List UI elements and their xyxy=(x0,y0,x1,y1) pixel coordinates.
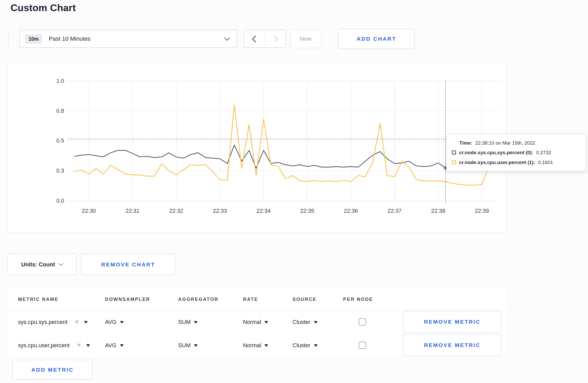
svg-text:22:30: 22:30 xyxy=(82,208,96,214)
now-button[interactable]: Now xyxy=(290,30,321,48)
caret-down-icon xyxy=(194,344,198,347)
rate-select[interactable]: Normal xyxy=(243,319,268,325)
downsampler-select[interactable]: AVG xyxy=(105,342,124,348)
tooltip-series-label: cr.node.sys.cpu.sys.percent (0): xyxy=(459,150,533,155)
svg-text:22:31: 22:31 xyxy=(125,208,139,214)
metric-name: sys.cpu.user.percent xyxy=(18,342,69,348)
chevron-left-icon xyxy=(252,35,259,42)
chevron-right-icon xyxy=(271,35,278,42)
caret-down-icon xyxy=(264,344,268,347)
tooltip-series-row: cr.node.sys.cpu.user.percent (1): 0.1601 xyxy=(452,159,579,165)
units-label: Units: Count xyxy=(21,261,55,267)
aggregator-select[interactable]: SUM xyxy=(178,342,198,348)
caret-down-icon xyxy=(314,344,317,347)
svg-text:22:32: 22:32 xyxy=(169,208,183,214)
svg-text:22:38: 22:38 xyxy=(431,208,445,214)
caret-down-icon xyxy=(194,321,198,323)
source-select[interactable]: Cluster xyxy=(292,342,317,348)
units-dropdown[interactable]: Units: Count xyxy=(8,254,76,275)
add-metric-button[interactable]: ADD METRIC xyxy=(12,360,93,380)
time-step-buttons xyxy=(244,30,286,48)
remove-chart-button[interactable]: REMOVE CHART xyxy=(81,254,175,275)
svg-text:22:35: 22:35 xyxy=(300,208,314,214)
source-select[interactable]: Cluster xyxy=(292,319,317,325)
add-chart-button[interactable]: ADD CHART xyxy=(338,29,415,49)
col-header-aggregator: AGGREGATOR xyxy=(178,297,243,302)
svg-text:22:37: 22:37 xyxy=(388,208,402,214)
svg-text:0.5: 0.5 xyxy=(56,137,64,144)
tooltip-time-label: Time: xyxy=(459,140,472,146)
metric-name: sys.cpu.sys.percent xyxy=(18,319,67,325)
caret-down-icon xyxy=(120,344,123,347)
series-swatch-icon xyxy=(452,151,456,155)
caret-down-icon xyxy=(86,344,90,347)
svg-text:0.8: 0.8 xyxy=(56,108,64,114)
previous-range-button[interactable] xyxy=(244,30,265,47)
per-node-checkbox[interactable] xyxy=(359,318,366,325)
time-range-badge: 10m xyxy=(25,34,42,44)
time-range-label: Past 10 Minutes xyxy=(49,36,225,42)
svg-text:0.0: 0.0 xyxy=(56,197,64,204)
aggregator-select[interactable]: SUM xyxy=(178,319,198,325)
custom-chart-page: Custom Chart 10m Past 10 Minutes Now ADD… xyxy=(0,2,588,383)
tooltip-series-value: 0.2732 xyxy=(536,150,551,155)
tooltip-series-label: cr.node.sys.cpu.user.percent (1): xyxy=(459,159,535,165)
series-swatch-icon xyxy=(452,160,456,164)
caret-down-icon xyxy=(264,321,268,323)
col-header-downsampler: DOWNSAMPLER xyxy=(105,297,178,302)
caret-down-icon xyxy=(120,321,123,323)
remove-metric-x-icon[interactable]: ✕ xyxy=(77,342,81,348)
remove-metric-x-icon[interactable]: ✕ xyxy=(74,319,79,325)
timeseries-chart[interactable]: 0.00.30.50.81.022:3022:3122:3222:3322:34… xyxy=(8,63,506,230)
svg-text:22:34: 22:34 xyxy=(256,208,270,214)
svg-text:1.0: 1.0 xyxy=(56,77,64,84)
chevron-down-icon xyxy=(224,35,230,41)
metric-name-select[interactable]: sys.cpu.user.percent ✕ xyxy=(18,342,90,348)
chevron-down-icon xyxy=(59,261,64,266)
caret-down-icon xyxy=(84,321,88,323)
remove-metric-button[interactable]: REMOVE METRIC xyxy=(403,311,501,333)
chart-panel: 0.00.30.50.81.022:3022:3122:3222:3322:34… xyxy=(8,62,506,233)
metrics-table: METRIC NAME DOWNSAMPLER AGGREGATOR RATE … xyxy=(8,289,506,357)
rate-select[interactable]: Normal xyxy=(243,342,268,348)
tooltip-series-row: cr.node.sys.cpu.sys.percent (0): 0.2732 xyxy=(452,150,579,155)
table-row: sys.cpu.user.percent ✕ AVG SUM Normal Cl… xyxy=(8,334,506,357)
svg-text:22:36: 22:36 xyxy=(344,208,358,214)
chart-footer: Units: Count REMOVE CHART xyxy=(8,254,588,275)
col-header-source: SOURCE xyxy=(292,297,343,302)
tooltip-series-value: 0.1601 xyxy=(538,159,553,165)
tooltip-time-value: 22:38:10 on Mar 15th, 2022 xyxy=(475,140,535,146)
downsampler-select[interactable]: AVG xyxy=(105,319,124,325)
chart-tooltip: Time: 22:38:10 on Mar 15th, 2022 cr.node… xyxy=(446,134,586,171)
per-node-checkbox[interactable] xyxy=(359,342,366,349)
next-range-button[interactable] xyxy=(265,30,286,47)
svg-text:22:33: 22:33 xyxy=(213,208,227,214)
col-header-per-node: PER NODE xyxy=(343,297,390,302)
metrics-table-header: METRIC NAME DOWNSAMPLER AGGREGATOR RATE … xyxy=(8,289,506,310)
page-title: Custom Chart xyxy=(10,2,588,14)
table-row: sys.cpu.sys.percent ✕ AVG SUM Normal Clu… xyxy=(8,310,506,334)
col-header-metric-name: METRIC NAME xyxy=(8,297,105,302)
tooltip-time-row: Time: 22:38:10 on Mar 15th, 2022 xyxy=(452,140,579,146)
metric-name-select[interactable]: sys.cpu.sys.percent ✕ xyxy=(18,319,88,325)
toolbar-divider xyxy=(8,30,9,47)
svg-text:0.3: 0.3 xyxy=(56,167,64,174)
time-range-selector[interactable]: 10m Past 10 Minutes xyxy=(19,30,237,48)
remove-metric-button[interactable]: REMOVE METRIC xyxy=(403,334,501,356)
toolbar: 10m Past 10 Minutes Now ADD CHART xyxy=(8,29,588,49)
col-header-rate: RATE xyxy=(243,297,292,302)
svg-text:22:39: 22:39 xyxy=(475,208,489,214)
caret-down-icon xyxy=(314,321,317,323)
